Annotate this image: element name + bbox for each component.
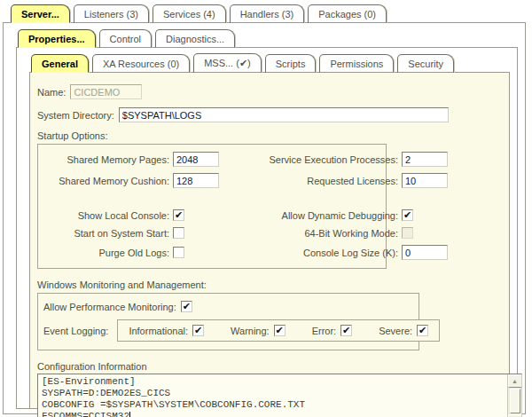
tab-security[interactable]: Security (397, 54, 454, 73)
name-label: Name: (37, 87, 66, 98)
tab-general[interactable]: General (31, 54, 89, 73)
event-logging-box: Informational: ✔ Warning: ✔ Error: ✔ (117, 319, 440, 342)
warning-label: Warning: (231, 326, 270, 336)
event-logging-row: Event Logging: Informational: ✔ Warning:… (43, 319, 413, 342)
purge-old-logs-checkbox[interactable] (173, 247, 184, 258)
startup-options-label: Startup Options: (37, 130, 509, 141)
show-local-console-checkbox[interactable]: ✔ (173, 209, 184, 221)
server-panel: Properties... Control Diagnostics... Gen… (3, 22, 526, 414)
configuration-information-label: Configuration Information (37, 361, 509, 372)
configuration-text: [ES-Environment] SYSPATH=D:DEMO2ES_CICS … (38, 374, 521, 417)
scrollbar-thumb[interactable] (510, 389, 520, 413)
configuration-information-textarea[interactable]: [ES-Environment] SYSPATH=D:DEMO2ES_CICS … (37, 374, 522, 417)
monitoring-label: Windows Monitoring and Management: (37, 279, 509, 290)
error-label: Error: (312, 326, 337, 336)
server-admin-page: Server... Listeners (3) Services (4) Han… (0, 0, 532, 414)
spacer (43, 194, 460, 203)
startup-options-group: Shared Memory Pages: Service Execution P… (37, 144, 387, 269)
severe-checkbox[interactable]: ✔ (417, 325, 428, 336)
service-execution-processes-field[interactable] (402, 152, 448, 167)
properties-panel: General XA Resources (0) MSS... (✔) Scri… (16, 47, 518, 409)
error-checkbox[interactable]: ✔ (340, 325, 352, 336)
allow-performance-monitoring-checkbox[interactable]: ✔ (181, 301, 192, 312)
allow-performance-monitoring-label: Allow Performance Monitoring: (43, 302, 176, 312)
purge-old-logs-label: Purge Old Logs: (43, 248, 173, 258)
tab-xa-resources[interactable]: XA Resources (0) (92, 54, 190, 73)
start-on-system-start-label: Start on System Start: (43, 228, 173, 239)
tab-listeners[interactable]: Listeners (3) (74, 4, 149, 23)
system-directory-row: System Directory: (37, 107, 509, 122)
console-log-size-field[interactable] (402, 245, 448, 260)
64bit-working-mode-checkbox (402, 227, 413, 239)
tab-properties[interactable]: Properties... (18, 29, 96, 48)
tab-control[interactable]: Control (99, 29, 152, 48)
system-directory-label: System Directory: (37, 110, 114, 121)
start-on-system-start-checkbox[interactable] (173, 227, 184, 239)
tab-packages[interactable]: Packages (0) (308, 4, 387, 23)
informational-checkbox[interactable]: ✔ (192, 325, 204, 336)
tabstrip-level1: Server... Listeners (3) Services (4) Han… (0, 4, 532, 23)
64bit-working-mode-label: 64-Bit Working Mode: (228, 228, 402, 239)
name-row: Name: (37, 84, 509, 99)
tab-mss[interactable]: MSS... (✔) (193, 53, 262, 73)
show-local-console-label: Show Local Console: (43, 210, 173, 221)
informational-label: Informational: (129, 326, 188, 336)
allow-dynamic-debugging-checkbox[interactable]: ✔ (402, 209, 413, 221)
requested-licenses-field[interactable] (402, 173, 448, 188)
tab-diagnostics[interactable]: Diagnostics... (155, 29, 235, 48)
system-directory-field[interactable] (119, 107, 449, 122)
shared-memory-pages-label: Shared Memory Pages: (43, 154, 173, 165)
tab-handlers[interactable]: Handlers (3) (230, 4, 305, 23)
console-log-size-label: Console Log Size (K): (228, 248, 402, 258)
tab-permissions[interactable]: Permissions (319, 54, 394, 73)
tab-server[interactable]: Server... (11, 4, 70, 23)
shared-memory-cushion-field[interactable] (173, 173, 219, 188)
allow-dynamic-debugging-label: Allow Dynamic Debugging: (228, 210, 402, 221)
monitoring-group: Allow Performance Monitoring: ✔ Event Lo… (37, 293, 419, 350)
vertical-scrollbar[interactable]: ▲ ▼ (507, 374, 521, 417)
general-panel: Name: System Directory: Startup Options:… (29, 72, 510, 409)
tab-services[interactable]: Services (4) (153, 4, 226, 23)
text-caret (129, 412, 130, 417)
requested-licenses-label: Requested Licenses: (228, 176, 402, 186)
service-execution-processes-label: Service Execution Processes: (228, 154, 402, 165)
event-logging-label: Event Logging: (43, 326, 108, 336)
severe-label: Severe: (379, 326, 412, 336)
tabstrip-level3: General XA Resources (0) MSS... (✔) Scri… (24, 53, 517, 73)
scroll-up-icon[interactable]: ▲ (508, 374, 522, 388)
name-field (70, 84, 142, 99)
warning-checkbox[interactable]: ✔ (274, 325, 286, 336)
tabstrip-level2: Properties... Control Diagnostics... (11, 29, 525, 48)
shared-memory-pages-field[interactable] (173, 152, 219, 167)
tab-scripts[interactable]: Scripts (265, 54, 317, 73)
shared-memory-cushion-label: Shared Memory Cushion: (43, 176, 173, 186)
